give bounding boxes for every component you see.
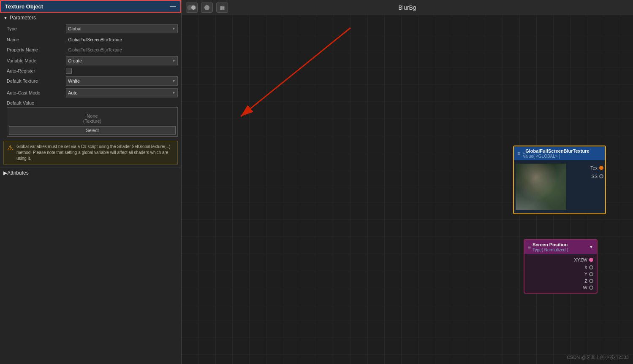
tex-port-row: Tex bbox=[570, 165, 603, 170]
variable-mode-dropdown[interactable]: Create ▼ bbox=[66, 56, 178, 65]
auto-register-label: Auto-Register bbox=[7, 68, 66, 73]
texture-node-subtitle: Value( <GLOBAL> ) bbox=[523, 154, 602, 159]
default-texture-label: Default Texture bbox=[7, 78, 66, 84]
auto-cast-mode-chevron: ▼ bbox=[172, 91, 176, 95]
name-value: _GlobalFullScreenBlurTexture bbox=[66, 38, 178, 42]
sp-xyzw-dot[interactable] bbox=[589, 258, 593, 262]
type-chevron: ▼ bbox=[172, 27, 176, 31]
default-texture-value: White bbox=[68, 78, 80, 84]
screen-position-node: ≡ Screen Position Type( Normalized ) ▼ X… bbox=[524, 239, 598, 294]
type-value: Global bbox=[68, 26, 82, 31]
texture-node-title: _GlobalFullScreenBlurTexture bbox=[523, 148, 590, 154]
attributes-section-header[interactable]: ▶ Attributes bbox=[0, 167, 181, 178]
ss-port-row: SS bbox=[570, 174, 603, 179]
sp-w-row: W bbox=[524, 284, 597, 291]
parameters-section-header[interactable]: ▼ Parameters bbox=[0, 13, 181, 23]
warning-icon: ⚠ bbox=[7, 144, 13, 152]
auto-cast-mode-label: Auto-Cast Mode bbox=[7, 90, 66, 95]
sp-y-dot[interactable] bbox=[589, 272, 593, 276]
auto-register-row: Auto-Register bbox=[0, 67, 181, 75]
preview-subtext: (Texture) bbox=[83, 119, 101, 124]
sp-w-label: W bbox=[583, 285, 587, 290]
auto-register-checkbox[interactable] bbox=[66, 68, 72, 74]
left-panel: Texture Object — ▼ Parameters Type Globa… bbox=[0, 0, 182, 364]
watermark: CSDN @牙膏上的小苏打2333 bbox=[567, 354, 629, 361]
screen-pos-header: ≡ Screen Position Type( Normalized ) ▼ bbox=[524, 240, 597, 254]
tex-port-dot[interactable] bbox=[599, 166, 603, 170]
default-texture-dropdown[interactable]: White ▼ bbox=[66, 76, 178, 86]
warning-box: ⚠ Global variables must be set via a C# … bbox=[3, 141, 178, 164]
annotation-arrow bbox=[190, 15, 367, 150]
variable-mode-row: Variable Mode Create ▼ bbox=[0, 55, 181, 67]
auto-cast-mode-row: Auto-Cast Mode Auto ▼ bbox=[0, 87, 181, 99]
sp-y-label: Y bbox=[584, 272, 587, 277]
default-texture-chevron: ▼ bbox=[172, 79, 176, 83]
default-texture-row: Default Texture White ▼ bbox=[0, 75, 181, 87]
canvas-title: BlurBg bbox=[398, 0, 416, 15]
screen-pos-menu-icon[interactable]: ≡ bbox=[528, 244, 531, 250]
variable-mode-value: Create bbox=[68, 58, 82, 63]
default-value-section: Default Value None (Texture) Select bbox=[0, 99, 181, 138]
screen-pos-body: XYZW X Y Z W bbox=[524, 254, 597, 293]
minimize-button[interactable]: — bbox=[170, 3, 176, 10]
canvas-toolbar: ▦ BlurBg bbox=[182, 0, 633, 15]
screen-pos-title: Screen Position bbox=[532, 242, 568, 247]
screen-pos-drop-icon[interactable]: ▼ bbox=[589, 245, 593, 249]
texture-node: ≡ _GlobalFullScreenBlurTexture Value( <G… bbox=[513, 146, 606, 214]
warning-text: Global variables must be set via a C# sc… bbox=[16, 144, 174, 162]
texture-node-outputs: Tex SS bbox=[568, 162, 605, 212]
texture-preview-box: None (Texture) Select bbox=[7, 107, 178, 137]
sp-x-label: X bbox=[584, 265, 587, 270]
default-value-label: Default Value bbox=[7, 100, 178, 105]
sp-z-label: Z bbox=[584, 278, 587, 283]
panel-title-bar: Texture Object — bbox=[0, 0, 181, 13]
panel-title-text: Texture Object bbox=[5, 3, 43, 10]
name-row: Name _GlobalFullScreenBlurTexture bbox=[0, 35, 181, 45]
type-dropdown[interactable]: Global ▼ bbox=[66, 24, 178, 33]
texture-node-menu-icon[interactable]: ≡ bbox=[517, 151, 520, 156]
parameters-label: Parameters bbox=[10, 15, 36, 21]
variable-mode-label: Variable Mode bbox=[7, 58, 66, 63]
attributes-label: Attributes bbox=[7, 170, 29, 176]
ss-port-dot[interactable] bbox=[599, 174, 603, 178]
texture-node-thumbnail bbox=[516, 164, 566, 210]
svg-line-4 bbox=[241, 28, 350, 116]
parameters-arrow: ▼ bbox=[3, 16, 8, 20]
circle-icon bbox=[204, 5, 209, 10]
toolbar-circle-btn[interactable] bbox=[201, 3, 213, 13]
node-canvas[interactable]: ▦ BlurBg ≡ _GlobalFullScreenBlurTexture bbox=[182, 0, 633, 364]
grid-icon: ▦ bbox=[220, 5, 225, 11]
sp-z-dot[interactable] bbox=[589, 279, 593, 283]
sp-y-row: Y bbox=[524, 271, 597, 278]
variable-mode-chevron: ▼ bbox=[172, 59, 176, 63]
texture-node-header: ≡ _GlobalFullScreenBlurTexture Value( <G… bbox=[514, 146, 605, 160]
name-label: Name bbox=[7, 37, 66, 42]
sp-z-row: Z bbox=[524, 278, 597, 284]
property-name-row: Property Name _GlobalFullScreenBlurTextu… bbox=[0, 45, 181, 55]
property-name-value: _GlobalFullScreenBlurTexture bbox=[66, 48, 178, 52]
type-label: Type bbox=[7, 26, 66, 31]
ss-port-label: SS bbox=[591, 174, 598, 179]
type-row: Type Global ▼ bbox=[0, 23, 181, 35]
sp-x-row: X bbox=[524, 264, 597, 271]
screen-pos-subtitle: Type( Normalized ) bbox=[532, 248, 587, 252]
sp-x-dot[interactable] bbox=[589, 265, 593, 270]
toolbar-toggle-btn[interactable] bbox=[186, 3, 198, 13]
sp-w-dot[interactable] bbox=[589, 286, 593, 290]
auto-cast-mode-dropdown[interactable]: Auto ▼ bbox=[66, 88, 178, 97]
sp-xyzw-label: XYZW bbox=[574, 257, 587, 262]
tex-port-label: Tex bbox=[590, 165, 598, 170]
texture-preview-none: None (Texture) bbox=[83, 109, 101, 126]
auto-cast-mode-value: Auto bbox=[68, 90, 78, 95]
property-name-label: Property Name bbox=[7, 47, 66, 52]
select-button[interactable]: Select bbox=[9, 126, 176, 135]
sp-xyzw-row: XYZW bbox=[524, 256, 597, 264]
texture-node-body: Tex SS bbox=[514, 160, 605, 213]
attributes-arrow: ▶ bbox=[3, 170, 7, 176]
toolbar-grid-btn[interactable]: ▦ bbox=[216, 3, 228, 13]
preview-none-text: None bbox=[87, 113, 98, 119]
